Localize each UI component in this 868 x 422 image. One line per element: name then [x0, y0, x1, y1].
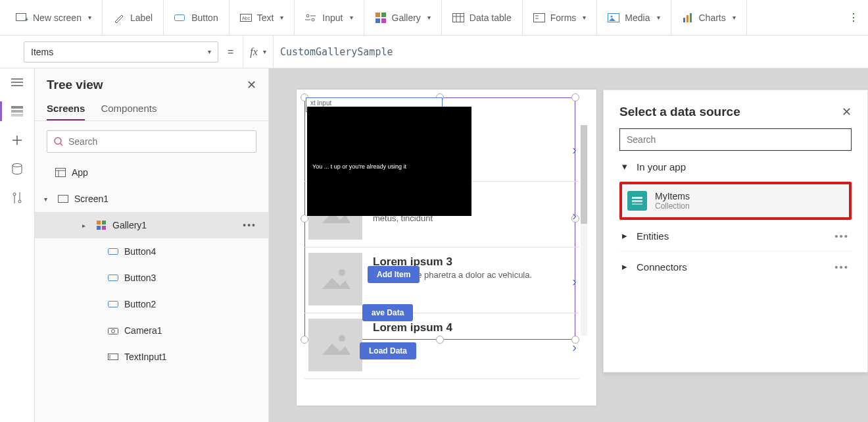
- load-data-button[interactable]: Load Data: [360, 342, 416, 359]
- tree-node-button4[interactable]: Button4: [35, 238, 268, 265]
- ribbon-media-label: Media: [625, 13, 650, 23]
- data-source-item-myitems[interactable]: MyItems Collection: [619, 182, 852, 220]
- ribbon-button[interactable]: Button: [164, 0, 229, 35]
- svg-point-33: [12, 164, 22, 167]
- fx-icon: fx: [250, 46, 258, 58]
- data-source-type: Collection: [655, 201, 690, 211]
- chevron-down-icon: ▾: [88, 14, 91, 21]
- gallery-row[interactable]: Lorem ipsum 3 Suspendisse pharetra a dol…: [304, 248, 579, 313]
- canvas[interactable]: xt input ✎ You ... t up or you're alread…: [269, 68, 868, 422]
- ribbon-new-screen[interactable]: + New screen ▾: [5, 0, 103, 35]
- svg-rect-13: [452, 13, 464, 22]
- section-connectors[interactable]: ▸ Connectors •••: [619, 251, 852, 282]
- ribbon-data-table[interactable]: Data table: [442, 0, 523, 35]
- section-label: Connectors: [637, 261, 687, 273]
- svg-rect-51: [108, 329, 118, 334]
- save-data-button[interactable]: ave Data: [362, 304, 413, 321]
- ribbon-label-label: Label: [130, 13, 153, 23]
- ribbon-input[interactable]: Input ▾: [295, 0, 364, 35]
- overflow-icon[interactable]: •••: [834, 230, 849, 242]
- property-selector[interactable]: Items ▾: [24, 41, 218, 63]
- button-icon: [107, 298, 119, 310]
- tree-node-screen1[interactable]: ▾ Screen1: [35, 186, 268, 212]
- svg-rect-28: [11, 106, 23, 109]
- button-icon: [174, 12, 186, 24]
- main-area: Tree view ✕ Screens Components App ▾ Scr…: [0, 68, 868, 422]
- ribbon-media[interactable]: Media ▾: [597, 0, 671, 35]
- tree-node-textinput1[interactable]: TextInput1: [35, 344, 268, 370]
- tree-node-label: Screen1: [74, 194, 108, 204]
- close-icon[interactable]: ✕: [842, 105, 852, 119]
- left-rail: [0, 68, 35, 422]
- svg-rect-43: [59, 196, 68, 203]
- gallery-row[interactable]: Lorem ipsum 4 ›: [304, 313, 579, 379]
- ribbon-charts[interactable]: Charts ▾: [671, 0, 747, 35]
- collection-icon: [627, 191, 647, 211]
- tab-screens[interactable]: Screens: [47, 99, 85, 120]
- section-label: In your app: [637, 161, 686, 172]
- close-icon[interactable]: ✕: [247, 78, 256, 92]
- chevron-right-icon[interactable]: ›: [572, 142, 577, 157]
- fx-button[interactable]: fx ▾: [243, 36, 273, 68]
- tree-node-label: Camera1: [124, 325, 162, 336]
- gallery-scrollbar[interactable]: [581, 125, 587, 336]
- ribbon-label[interactable]: Label: [103, 0, 164, 35]
- data-source-title: Select a data source: [619, 105, 740, 119]
- svg-rect-30: [11, 114, 23, 117]
- resize-handle[interactable]: [571, 93, 579, 101]
- svg-point-34: [13, 193, 16, 196]
- section-entities[interactable]: ▸ Entities •••: [619, 220, 852, 251]
- ribbon-gallery[interactable]: Gallery ▾: [364, 0, 442, 35]
- svg-point-21: [611, 15, 613, 17]
- svg-rect-10: [381, 13, 386, 17]
- svg-rect-46: [97, 226, 101, 230]
- tree-node-button2[interactable]: Button2: [35, 291, 268, 317]
- chevron-down-icon: ▾: [427, 14, 431, 21]
- tools-icon[interactable]: [10, 192, 24, 204]
- tree-view-icon[interactable]: [10, 105, 24, 117]
- ribbon-forms[interactable]: Forms ▾: [523, 0, 598, 35]
- image-placeholder-icon: [308, 319, 362, 371]
- tree-search[interactable]: [47, 130, 256, 153]
- section-label: Entities: [637, 230, 669, 242]
- svg-point-36: [18, 200, 21, 203]
- svg-rect-40: [56, 169, 66, 177]
- svg-rect-49: [108, 275, 118, 281]
- ribbon-toolbar: + New screen ▾ Label Button Abc Text ▾ I…: [0, 0, 868, 36]
- edit-icon: [113, 12, 125, 24]
- overflow-icon[interactable]: •••: [243, 220, 256, 230]
- tree-node-label: Button3: [124, 273, 156, 283]
- svg-point-52: [112, 330, 115, 333]
- chevron-down-icon: ▾: [263, 48, 266, 55]
- formula-input[interactable]: CustomGallerySample: [273, 36, 868, 68]
- chevron-right-icon[interactable]: ›: [572, 274, 577, 289]
- ribbon-text[interactable]: Abc Text ▾: [229, 0, 295, 35]
- data-icon[interactable]: [10, 163, 24, 175]
- screen-plus-icon: +: [16, 12, 28, 24]
- tree-search-input[interactable]: [68, 136, 249, 147]
- tree-node-gallery1[interactable]: ▸ Gallery1 •••: [35, 212, 268, 238]
- add-icon[interactable]: [10, 134, 24, 146]
- tree-node-app[interactable]: App: [35, 159, 268, 186]
- svg-point-57: [339, 269, 345, 276]
- input-icon: [305, 12, 317, 24]
- add-item-button[interactable]: Add Item: [368, 266, 420, 283]
- chevron-right-icon: ▸: [622, 261, 627, 273]
- ribbon-overflow-icon[interactable]: ⋮: [844, 11, 863, 24]
- svg-rect-44: [97, 221, 101, 224]
- chevron-down-icon: ▾: [208, 48, 211, 55]
- overflow-icon[interactable]: •••: [834, 261, 849, 273]
- table-icon: [452, 12, 464, 24]
- svg-rect-24: [690, 13, 692, 22]
- tree-node-label: App: [72, 167, 88, 178]
- section-in-your-app[interactable]: ▾ In your app: [619, 151, 852, 182]
- button-icon: [107, 246, 119, 257]
- tab-components[interactable]: Components: [101, 99, 157, 120]
- tree-node-camera1[interactable]: Camera1: [35, 317, 268, 344]
- chevron-right-icon[interactable]: ›: [572, 340, 577, 355]
- tree-node-button3[interactable]: Button3: [35, 265, 268, 291]
- chevron-right-icon[interactable]: ›: [572, 208, 577, 223]
- ribbon-button-label: Button: [191, 13, 218, 23]
- data-source-search[interactable]: [619, 128, 852, 151]
- hamburger-icon[interactable]: [10, 76, 24, 88]
